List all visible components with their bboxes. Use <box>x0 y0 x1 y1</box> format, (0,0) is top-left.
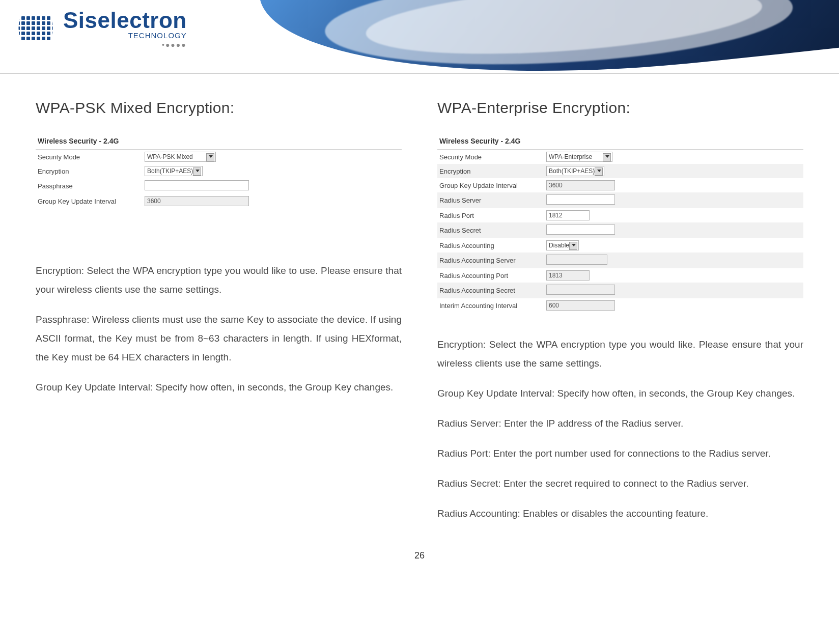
encryption-label: Encryption <box>36 164 143 178</box>
radius-accounting-value: Disable <box>549 242 569 249</box>
ra-secret-input[interactable] <box>546 285 615 295</box>
right-column: WPA-Enterprise Encryption: Wireless Secu… <box>437 99 803 534</box>
chevron-down-icon <box>195 170 200 172</box>
right-para-groupkey: Group Key Update Interval: Specify how o… <box>437 384 803 403</box>
right-section-title: WPA-Enterprise Encryption: <box>437 99 803 117</box>
wpa-enterprise-panel: Wireless Security - 2.4G Security Mode W… <box>437 134 803 313</box>
ra-server-label: Radius Accounting Server <box>437 253 544 268</box>
encryption-value: Both(TKIP+AES) <box>147 167 193 175</box>
page-number: 26 <box>0 544 839 571</box>
group-key-value: 3600 <box>147 198 161 205</box>
right-para-radius-server: Radius Server: Enter the IP address of t… <box>437 414 803 433</box>
logo-block: Siselectron TECHNOLOGY •●●●● <box>15 5 187 51</box>
interim-value: 600 <box>549 302 559 309</box>
wpa-psk-panel: Wireless Security - 2.4G Security Mode W… <box>36 134 402 208</box>
radius-port-label: Radius Port <box>437 208 544 222</box>
radius-port-value: 1812 <box>549 212 563 219</box>
chevron-down-icon <box>605 155 609 158</box>
encryption-select[interactable]: Both(TKIP+AES) <box>145 166 203 176</box>
right-para-encryption: Encryption: Select the WPA encryption ty… <box>437 335 803 373</box>
ent-encryption-value: Both(TKIP+AES) <box>549 167 595 175</box>
radius-port-input[interactable]: 1812 <box>546 210 590 220</box>
ra-port-label: Radius Accounting Port <box>437 268 544 283</box>
radius-accounting-label: Radius Accounting <box>437 238 544 253</box>
security-mode-label: Security Mode <box>36 150 143 164</box>
chevron-down-icon <box>209 155 213 158</box>
ent-security-mode-label: Security Mode <box>437 150 544 164</box>
left-para-encryption: Encryption: Select the WPA encryption ty… <box>36 261 402 299</box>
interim-input[interactable]: 600 <box>546 300 615 311</box>
passphrase-label: Passphrase <box>36 178 143 194</box>
ra-server-input[interactable] <box>546 255 607 265</box>
chevron-down-icon <box>572 244 576 246</box>
group-key-input[interactable]: 3600 <box>145 196 249 206</box>
ent-group-key-input[interactable]: 3600 <box>546 180 615 190</box>
ent-group-key-label: Group Key Update Interval <box>437 178 544 192</box>
right-para-radius-port: Radius Port: Enter the port number used … <box>437 444 803 463</box>
brand-subtitle: TECHNOLOGY <box>63 31 187 40</box>
ent-encryption-select[interactable]: Both(TKIP+AES) <box>546 166 604 176</box>
radius-secret-input[interactable] <box>546 225 615 235</box>
interim-label: Interim Accounting Interval <box>437 298 544 313</box>
left-column: WPA-PSK Mixed Encryption: Wireless Secur… <box>36 99 402 534</box>
left-section-title: WPA-PSK Mixed Encryption: <box>36 99 402 117</box>
ent-encryption-label: Encryption <box>437 164 544 178</box>
right-para-radius-secret: Radius Secret: Enter the secret required… <box>437 474 803 493</box>
wpa-enterprise-panel-title: Wireless Security - 2.4G <box>437 134 803 150</box>
brand-name: Siselectron <box>63 8 187 33</box>
ra-secret-label: Radius Accounting Secret <box>437 283 544 298</box>
wpa-psk-panel-title: Wireless Security - 2.4G <box>36 134 402 150</box>
radius-secret-label: Radius Secret <box>437 222 544 238</box>
left-para-passphrase: Passphrase: Wireless clients must use th… <box>36 310 402 367</box>
ent-group-key-value: 3600 <box>549 182 563 189</box>
security-mode-select[interactable]: WPA-PSK Mixed <box>145 152 216 162</box>
ra-port-input[interactable]: 1813 <box>546 270 590 281</box>
ent-security-mode-select[interactable]: WPA-Enterprise <box>546 152 612 162</box>
chevron-down-icon <box>597 170 601 172</box>
radius-server-label: Radius Server <box>437 192 544 208</box>
radius-server-input[interactable] <box>546 194 615 205</box>
brand-dots-icon: •●●●● <box>63 41 187 49</box>
left-para-groupkey: Group Key Update Interval: Specify how o… <box>36 378 402 397</box>
ent-security-mode-value: WPA-Enterprise <box>549 153 592 160</box>
group-key-label: Group Key Update Interval <box>36 194 143 208</box>
passphrase-input[interactable] <box>145 180 249 190</box>
security-mode-value: WPA-PSK Mixed <box>147 153 193 160</box>
banner-swoosh-graphic <box>260 0 839 74</box>
header-banner: Siselectron TECHNOLOGY •●●●● <box>0 0 839 74</box>
radius-accounting-select[interactable]: Disable <box>546 240 579 250</box>
ra-port-value: 1813 <box>549 272 563 279</box>
right-para-radius-accounting: Radius Accounting: Enables or disables t… <box>437 504 803 523</box>
logo-globe-icon <box>15 5 56 51</box>
